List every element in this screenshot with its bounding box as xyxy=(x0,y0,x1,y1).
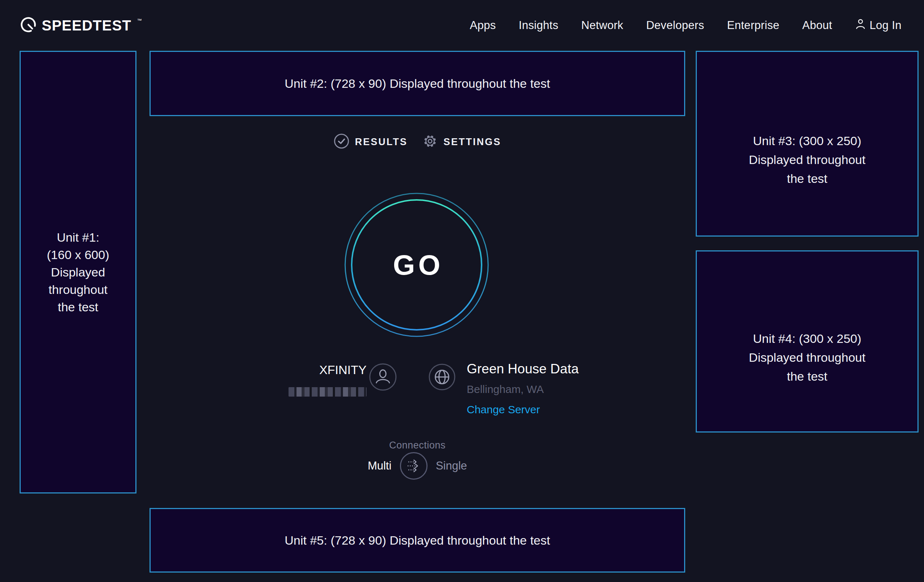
tab-settings-label: SETTINGS xyxy=(444,137,501,148)
logo-wordmark: SPEEDTEST xyxy=(42,17,131,34)
connections-title: Connections xyxy=(150,440,685,451)
check-circle-icon xyxy=(333,133,350,150)
go-button-label: GO xyxy=(340,189,493,341)
user-icon xyxy=(855,18,866,33)
ad-unit-5-text: Unit #5: (728 x 90) Displayed throughout… xyxy=(285,532,550,549)
main-nav: Apps Insights Network Developers Enterpr… xyxy=(470,18,901,33)
login-button[interactable]: Log In xyxy=(855,18,901,33)
ad-unit-2-text: Unit #2: (728 x 90) Displayed throughout… xyxy=(285,75,550,92)
server-name: Green House Data xyxy=(467,362,579,376)
nav-item-about[interactable]: About xyxy=(802,19,832,32)
top-nav-bar: SPEEDTEST ™ Apps Insights Network Develo… xyxy=(0,0,924,51)
tab-results-label: RESULTS xyxy=(355,137,408,148)
server-location: Bellingham, WA xyxy=(467,383,579,396)
globe-icon xyxy=(429,364,455,392)
multi-connections-icon[interactable] xyxy=(399,452,428,480)
isp-user-icon xyxy=(369,363,397,392)
isp-detail-redacted xyxy=(289,387,366,397)
connections-toggle: Multi Single xyxy=(150,452,685,480)
ad-unit-1-text: Unit #1: (160 x 600) Displayed throughou… xyxy=(47,229,109,316)
tab-results[interactable]: RESULTS xyxy=(333,133,408,150)
speedtest-logo[interactable]: SPEEDTEST ™ xyxy=(20,16,141,35)
nav-item-enterprise[interactable]: Enterprise xyxy=(727,19,779,32)
isp-info: XFINITY xyxy=(232,363,366,397)
ad-unit-1[interactable]: Unit #1: (160 x 600) Displayed throughou… xyxy=(20,51,137,493)
nav-item-network[interactable]: Network xyxy=(581,19,624,32)
server-info: Green House Data Bellingham, WA Change S… xyxy=(467,362,579,416)
logo-trademark: ™ xyxy=(137,18,142,23)
nav-item-apps[interactable]: Apps xyxy=(470,19,496,32)
login-label: Log In xyxy=(870,19,901,32)
ad-unit-2[interactable]: Unit #2: (728 x 90) Displayed throughout… xyxy=(150,51,685,116)
change-server-link[interactable]: Change Server xyxy=(467,403,579,416)
tab-settings[interactable]: SETTINGS xyxy=(422,133,501,150)
nav-item-insights[interactable]: Insights xyxy=(519,19,558,32)
ad-unit-4[interactable]: Unit #4: (300 x 250) Displayed throughou… xyxy=(696,251,919,432)
isp-name: XFINITY xyxy=(232,363,366,377)
gear-icon xyxy=(422,133,438,150)
speedometer-icon xyxy=(20,16,37,35)
ad-unit-3-text: Unit #3: (300 x 250) Displayed throughou… xyxy=(749,131,865,188)
ad-unit-3[interactable]: Unit #3: (300 x 250) Displayed throughou… xyxy=(696,51,919,237)
go-button[interactable]: GO xyxy=(340,189,493,341)
nav-item-developers[interactable]: Developers xyxy=(646,19,704,32)
ad-unit-5[interactable]: Unit #5: (728 x 90) Displayed throughout… xyxy=(150,508,685,572)
ad-unit-4-text: Unit #4: (300 x 250) Displayed throughou… xyxy=(749,329,865,386)
connections-single-option[interactable]: Single xyxy=(436,459,467,472)
connections-multi-option[interactable]: Multi xyxy=(368,459,391,472)
tab-bar: RESULTS SETTINGS xyxy=(150,134,685,150)
